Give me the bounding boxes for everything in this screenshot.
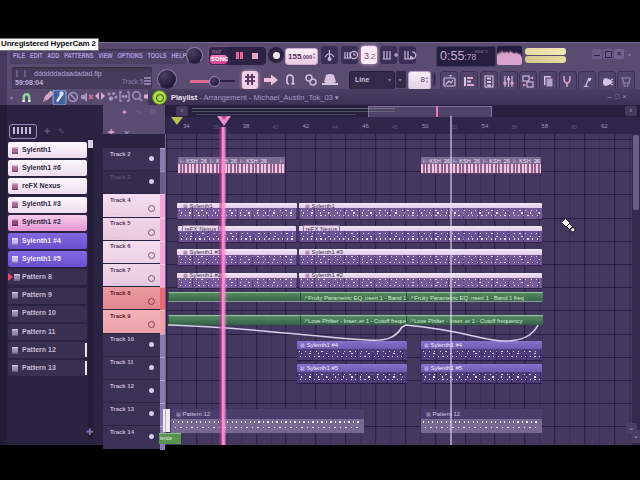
svg-text:3.2.: 3.2.: [364, 51, 377, 61]
